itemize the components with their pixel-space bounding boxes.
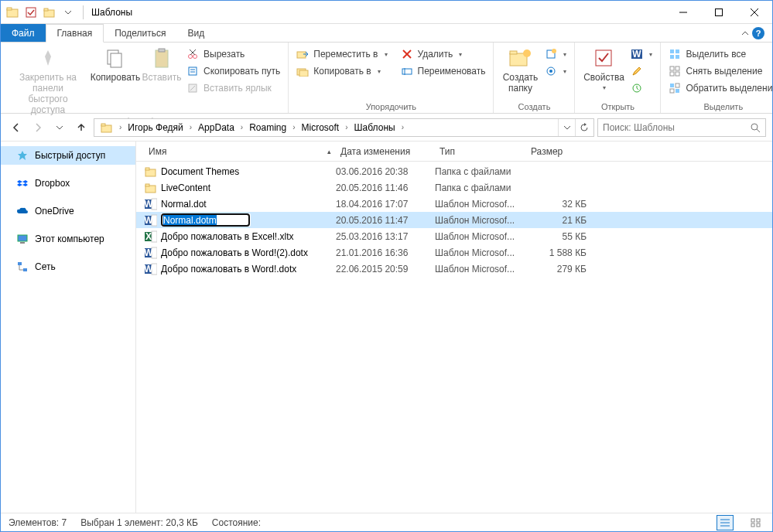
tab-home[interactable]: Главная (46, 24, 104, 43)
navbar: › Игорь Федяй›AppData›Roaming›Microsoft›… (1, 114, 772, 142)
nav-onedrive[interactable]: OneDrive (1, 202, 135, 220)
newitem-button[interactable]: ▾ (542, 46, 569, 63)
close-button[interactable] (737, 1, 772, 24)
file-row[interactable]: LiveContent20.05.2016 11:46Папка с файла… (136, 179, 772, 196)
svg-rect-21 (297, 52, 306, 58)
breadcrumb-segment[interactable]: Игорь Федяй (123, 119, 187, 136)
back-button[interactable] (7, 118, 26, 137)
svg-rect-40 (676, 49, 679, 53)
copy-button[interactable]: Копировать (91, 44, 140, 84)
file-row[interactable]: WДобро пожаловать в Word!.dotx22.06.2015… (136, 261, 772, 277)
titlebar-divider (83, 5, 84, 19)
moveto-button[interactable]: Переместить в▾ (293, 46, 390, 63)
chevron-icon[interactable]: › (291, 123, 296, 131)
file-size: 279 КБ (526, 264, 587, 275)
word-icon: W (144, 263, 158, 275)
file-row[interactable]: XДобро пожаловать в Excel!.xltx25.03.201… (136, 228, 772, 244)
svg-rect-41 (670, 55, 674, 59)
view-details-button[interactable] (717, 515, 734, 530)
chevron-icon[interactable]: › (188, 123, 193, 131)
file-row[interactable]: WNormal.dot18.04.2016 17:07Шаблон Micros… (136, 196, 772, 212)
nav-thispc[interactable]: Этот компьютер (1, 230, 135, 248)
file-row[interactable]: W20.05.2016 11:47Шаблон Microsof...21 КБ (136, 212, 772, 228)
pin-quickaccess-button[interactable]: Закрепить на панели быстрого доступа (5, 44, 91, 117)
search-input[interactable]: Поиск: Шаблоны (597, 118, 766, 137)
address-bar[interactable]: › Игорь Федяй›AppData›Roaming›Microsoft›… (94, 118, 594, 137)
delete-button[interactable]: Удалить▾ (398, 46, 489, 63)
address-dropdown-button[interactable] (558, 119, 575, 136)
column-size[interactable]: Размер (526, 146, 587, 157)
ribbon-collapse-icon[interactable] (741, 29, 749, 37)
easyaccess-button[interactable]: ▾ (542, 63, 569, 80)
address-root-icon[interactable] (96, 119, 118, 136)
nav-network[interactable]: Сеть (1, 257, 135, 276)
qat-customize-icon[interactable] (60, 4, 77, 21)
file-list[interactable]: Document Themes03.06.2016 20:38Папка с ф… (136, 162, 772, 513)
svg-rect-17 (189, 67, 197, 75)
column-date[interactable]: Дата изменения (336, 146, 435, 157)
history-icon (631, 82, 643, 94)
edit-button[interactable] (628, 63, 655, 80)
invertselection-button[interactable]: Обратить выделение (665, 80, 773, 97)
minimize-button[interactable] (665, 1, 701, 24)
svg-rect-23 (299, 70, 308, 77)
file-row[interactable]: WДобро пожаловать в Word!(2).dotx21.01.2… (136, 244, 772, 261)
statusbar: Элементов: 7 Выбран 1 элемент: 20,3 КБ С… (1, 513, 772, 531)
copypath-icon (186, 65, 199, 77)
forward-button[interactable] (29, 118, 47, 137)
up-button[interactable] (72, 118, 91, 137)
svg-text:W: W (145, 199, 153, 210)
pasteshortcut-button[interactable]: Вставить ярлык (183, 80, 283, 97)
breadcrumb-segment[interactable]: Microsoft (297, 119, 344, 136)
nav-dropbox[interactable]: Dropbox (1, 174, 135, 193)
copyto-button[interactable]: Копировать в▾ (293, 63, 390, 80)
breadcrumb-segment[interactable]: AppData (193, 119, 239, 136)
ribbon-group-clipboard: Закрепить на панели быстрого доступа Коп… (1, 43, 289, 113)
nav-quickaccess[interactable]: Быстрый доступ (1, 146, 135, 165)
tab-share[interactable]: Поделиться (104, 24, 176, 42)
openwith-button[interactable]: W▾ (628, 46, 655, 63)
newfolder-button[interactable]: Создать папку (498, 44, 542, 95)
column-name[interactable]: Имя▴ (144, 146, 336, 157)
status-count: Элементов: 7 (9, 517, 67, 528)
qat-newfolder-icon[interactable] (41, 4, 58, 21)
file-size: 1 588 КБ (526, 247, 587, 258)
history-button[interactable] (628, 80, 655, 97)
chevron-icon[interactable]: › (400, 123, 405, 131)
invert-icon (669, 82, 681, 94)
properties-button[interactable]: Свойства ▾ (580, 44, 628, 95)
rename-button[interactable]: Переименовать (398, 63, 489, 80)
tab-file[interactable]: Файл (1, 24, 46, 42)
chevron-icon[interactable]: › (118, 123, 123, 131)
file-type: Шаблон Microsof... (435, 264, 526, 275)
view-icons-button[interactable] (747, 515, 764, 530)
maximize-button[interactable] (701, 1, 737, 24)
svg-rect-29 (510, 51, 517, 54)
breadcrumb-segment[interactable]: Roaming (245, 119, 291, 136)
svg-text:W: W (145, 247, 153, 258)
moveto-icon (296, 48, 309, 60)
refresh-button[interactable] (575, 119, 592, 136)
svg-text:X: X (145, 231, 152, 242)
file-name (161, 213, 336, 227)
cut-button[interactable]: Вырезать (183, 46, 283, 63)
column-type[interactable]: Тип (435, 146, 526, 157)
recent-button[interactable] (50, 118, 69, 137)
selectall-button[interactable]: Выделить все (665, 46, 773, 63)
help-icon[interactable]: ? (752, 27, 764, 39)
file-area: Имя▴ Дата изменения Тип Размер Document … (136, 142, 772, 513)
qat-properties-icon[interactable] (22, 4, 39, 21)
file-date: 03.06.2016 20:38 (336, 166, 435, 177)
copypath-button[interactable]: Скопировать путь (183, 63, 283, 80)
tab-view[interactable]: Вид (176, 24, 215, 42)
file-row[interactable]: Document Themes03.06.2016 20:38Папка с ф… (136, 163, 772, 179)
paste-button[interactable]: Вставить (140, 44, 183, 84)
chevron-icon[interactable]: › (239, 123, 245, 131)
selectnone-button[interactable]: Снять выделение (665, 63, 773, 80)
rename-input[interactable] (161, 213, 250, 227)
breadcrumb-segment[interactable]: Шаблоны (350, 119, 400, 136)
ribbon-help[interactable]: ? (734, 24, 772, 42)
dropdown-arrow-icon: ▾ (378, 68, 381, 75)
star-icon (16, 149, 29, 162)
chevron-icon[interactable]: › (344, 123, 349, 131)
